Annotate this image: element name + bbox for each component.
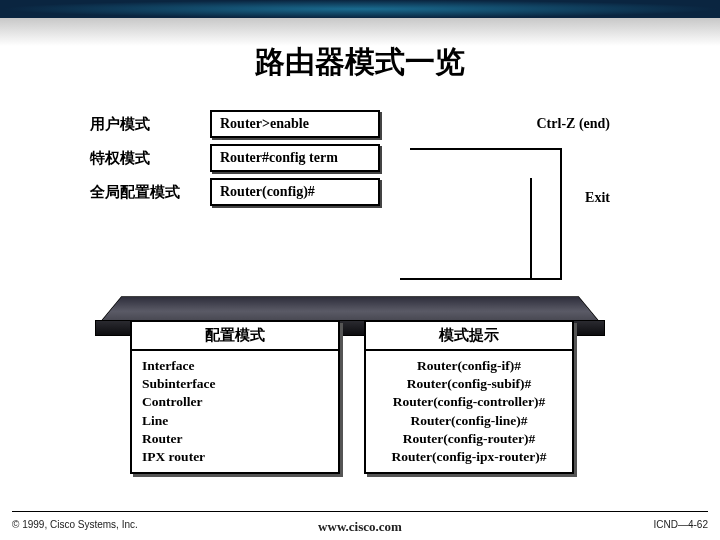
list-item: IPX router: [142, 448, 328, 466]
list-item: Controller: [142, 393, 328, 411]
list-item: Router(config-line)#: [376, 412, 562, 430]
list-item: Router(config-controller)#: [376, 393, 562, 411]
bottom-boxes: 配置模式 Interface Subinterface Controller L…: [130, 320, 574, 474]
list-item: Router(config-subif)#: [376, 375, 562, 393]
row-priv-mode: 特权模式 Router#config term: [90, 144, 650, 172]
box-mode-prompts: 模式提示 Router(config-if)# Router(config-su…: [364, 320, 574, 474]
connector-line: [530, 178, 532, 278]
footer-rule: [12, 511, 708, 512]
footer: © 1999, Cisco Systems, Inc. www.cisco.co…: [12, 519, 708, 530]
cmd-config-prompt: Router(config)#: [210, 178, 380, 206]
mode-rows: 用户模式 Router>enable 特权模式 Router#config te…: [90, 110, 650, 212]
list-item: Line: [142, 412, 328, 430]
row-global-mode: 全局配置模式 Router(config)#: [90, 178, 650, 206]
cmd-config-term: Router#config term: [210, 144, 380, 172]
label-ctrl-z: Ctrl-Z (end): [537, 116, 611, 132]
box-config-modes-body: Interface Subinterface Controller Line R…: [132, 351, 338, 472]
list-item: Router(config-router)#: [376, 430, 562, 448]
cmd-enable: Router>enable: [210, 110, 380, 138]
label-exit: Exit: [585, 190, 610, 206]
box-mode-prompts-body: Router(config-if)# Router(config-subif)#…: [366, 351, 572, 472]
connector-line: [560, 148, 562, 278]
list-item: Router(config-ipx-router)#: [376, 448, 562, 466]
page-title: 路由器模式一览: [0, 42, 720, 83]
label-user-mode: 用户模式: [90, 115, 210, 134]
box-config-modes-header: 配置模式: [132, 322, 338, 351]
list-item: Subinterface: [142, 375, 328, 393]
box-config-modes: 配置模式 Interface Subinterface Controller L…: [130, 320, 340, 474]
connector-line: [410, 148, 560, 150]
footer-url: www.cisco.com: [12, 519, 708, 535]
header-gradient: [0, 0, 720, 18]
label-global-mode: 全局配置模式: [90, 183, 210, 202]
list-item: Interface: [142, 357, 328, 375]
list-item: Router: [142, 430, 328, 448]
list-item: Router(config-if)#: [376, 357, 562, 375]
label-priv-mode: 特权模式: [90, 149, 210, 168]
box-mode-prompts-header: 模式提示: [366, 322, 572, 351]
